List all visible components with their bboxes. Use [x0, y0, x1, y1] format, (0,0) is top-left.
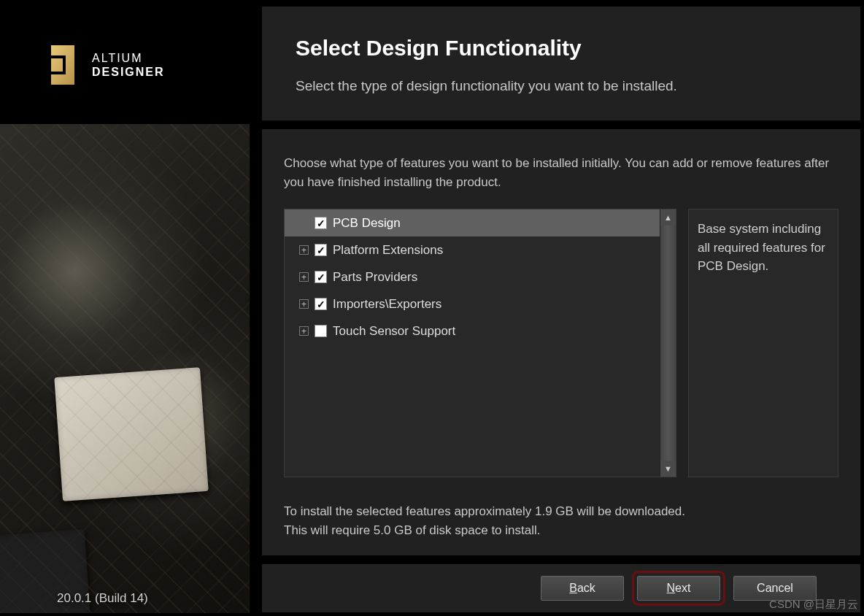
header-panel: Select Design Functionality Select the t…	[261, 6, 861, 121]
size-info: To install the selected features approxi…	[284, 502, 838, 539]
expand-icon[interactable]: +	[299, 326, 309, 336]
brand-line2: DESIGNER	[92, 65, 165, 79]
feature-label: Importers\Exporters	[333, 297, 441, 312]
scroll-up-icon[interactable]: ▲	[660, 209, 676, 226]
tree-scrollbar[interactable]: ▲ ▼	[660, 209, 676, 477]
feature-checkbox[interactable]	[315, 217, 327, 229]
size-line-1: To install the selected features approxi…	[284, 502, 838, 521]
expand-icon	[299, 218, 309, 228]
next-button[interactable]: Next	[637, 576, 720, 601]
size-line-2: This will require 5.0 GB of disk space t…	[284, 521, 838, 540]
expand-icon[interactable]: +	[299, 272, 309, 282]
brand-line1: ALTIUM	[92, 51, 165, 65]
feature-label: Platform Extensions	[333, 243, 443, 258]
feature-label: Parts Providers	[333, 270, 417, 285]
body-panel: Choose what type of features you want to…	[261, 128, 861, 556]
feature-checkbox[interactable]	[315, 298, 327, 310]
feature-label: Touch Sensor Support	[333, 324, 455, 339]
feature-label: PCB Design	[333, 216, 401, 231]
feature-description: Base system including all required featu…	[688, 209, 838, 477]
page-title: Select Design Functionality	[296, 36, 827, 61]
altium-logo-icon	[42, 42, 82, 88]
feature-checkbox[interactable]	[315, 325, 327, 337]
logo-text: ALTIUM DESIGNER	[92, 51, 165, 79]
expand-icon[interactable]: +	[299, 245, 309, 255]
version-label: 20.0.1 (Build 14)	[57, 591, 148, 606]
feature-item-parts-providers[interactable]: +Parts Providers	[285, 263, 660, 290]
page-subtitle: Select the type of design functionality …	[296, 78, 827, 94]
main-area: Select Design Functionality Select the t…	[250, 6, 861, 613]
expand-icon[interactable]: +	[299, 299, 309, 309]
sidebar: ALTIUM DESIGNER 20.0.1 (Build 14)	[0, 6, 250, 613]
feature-area: PCB Design+Platform Extensions+Parts Pro…	[284, 209, 838, 477]
feature-item-platform-extensions[interactable]: +Platform Extensions	[285, 236, 660, 263]
watermark: CSDN @日星月云	[769, 598, 858, 612]
feature-item-touch-sensor-support[interactable]: +Touch Sensor Support	[285, 317, 660, 344]
feature-checkbox[interactable]	[315, 271, 327, 283]
instructions-text: Choose what type of features you want to…	[284, 154, 838, 191]
feature-item-pcb-design[interactable]: PCB Design	[285, 209, 660, 236]
back-button[interactable]: Back	[541, 576, 624, 601]
tree-viewport: PCB Design+Platform Extensions+Parts Pro…	[285, 209, 660, 477]
cancel-button[interactable]: Cancel	[733, 576, 817, 601]
logo-area: ALTIUM DESIGNER	[0, 6, 250, 124]
feature-tree: PCB Design+Platform Extensions+Parts Pro…	[284, 209, 676, 477]
feature-item-importers-exporters[interactable]: +Importers\Exporters	[285, 290, 660, 317]
feature-checkbox[interactable]	[315, 244, 327, 256]
scroll-track[interactable]	[660, 226, 676, 461]
pcb-background-image	[0, 124, 250, 613]
scroll-down-icon[interactable]: ▼	[660, 461, 676, 477]
installer-window: ALTIUM DESIGNER 20.0.1 (Build 14) Select…	[0, 6, 861, 613]
